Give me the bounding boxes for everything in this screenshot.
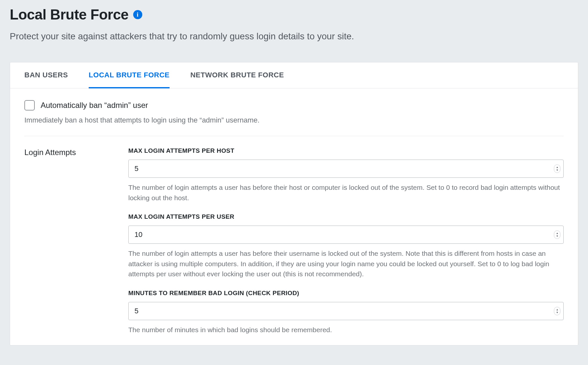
settings-panel: BAN USERS LOCAL BRUTE FORCE NETWORK BRUT… (10, 62, 578, 345)
chevron-down-icon[interactable] (556, 311, 558, 314)
auto-ban-label: Automatically ban “admin” user (41, 101, 148, 110)
auto-ban-setting: Automatically ban “admin” user Immediate… (24, 100, 564, 136)
max-per-host-stepper[interactable] (554, 164, 560, 173)
minutes-remember-input-wrap (128, 302, 564, 320)
auto-ban-checkbox-row: Automatically ban “admin” user (24, 100, 564, 111)
max-per-user-input-wrap (128, 226, 564, 244)
max-per-host-field: MAX LOGIN ATTEMPTS PER HOST The number o… (128, 147, 564, 203)
minutes-remember-stepper[interactable] (554, 307, 560, 315)
tabs: BAN USERS LOCAL BRUTE FORCE NETWORK BRUT… (10, 62, 578, 88)
info-icon[interactable]: i (133, 10, 142, 19)
max-per-user-input[interactable] (128, 226, 564, 244)
minutes-remember-field: MINUTES TO REMEMBER BAD LOGIN (CHECK PER… (128, 290, 564, 335)
tab-network-brute-force[interactable]: NETWORK BRUTE FORCE (190, 62, 284, 88)
login-attempts-section-label: Login Attempts (24, 147, 99, 345)
page-subtitle: Protect your site against attackers that… (10, 30, 578, 43)
minutes-remember-input[interactable] (128, 302, 564, 320)
auto-ban-description: Immediately ban a host that attempts to … (24, 115, 564, 125)
max-per-host-help: The number of login attempts a user has … (128, 182, 564, 203)
title-row: Local Brute Force i (10, 7, 578, 23)
chevron-down-icon[interactable] (556, 169, 558, 172)
minutes-remember-help: The number of minutes in which bad login… (128, 325, 564, 335)
login-attempts-section: Login Attempts MAX LOGIN ATTEMPTS PER HO… (24, 147, 564, 345)
max-per-user-field: MAX LOGIN ATTEMPTS PER USER The number o… (128, 213, 564, 279)
minutes-remember-label: MINUTES TO REMEMBER BAD LOGIN (CHECK PER… (128, 290, 564, 297)
page-title: Local Brute Force (10, 7, 129, 23)
max-per-user-help: The number of login attempts a user has … (128, 248, 564, 279)
max-per-host-input-wrap (128, 160, 564, 178)
max-per-host-input[interactable] (128, 160, 564, 178)
max-per-user-stepper[interactable] (554, 230, 560, 239)
max-per-host-label: MAX LOGIN ATTEMPTS PER HOST (128, 147, 564, 154)
auto-ban-checkbox[interactable] (24, 100, 35, 111)
page-header: Local Brute Force i Protect your site ag… (10, 7, 578, 43)
login-attempts-fields: MAX LOGIN ATTEMPTS PER HOST The number o… (128, 147, 564, 345)
chevron-down-icon[interactable] (556, 235, 558, 238)
max-per-user-label: MAX LOGIN ATTEMPTS PER USER (128, 213, 564, 220)
tab-local-brute-force[interactable]: LOCAL BRUTE FORCE (89, 62, 170, 88)
tab-ban-users[interactable]: BAN USERS (24, 62, 68, 88)
panel-body: Automatically ban “admin” user Immediate… (10, 88, 578, 345)
